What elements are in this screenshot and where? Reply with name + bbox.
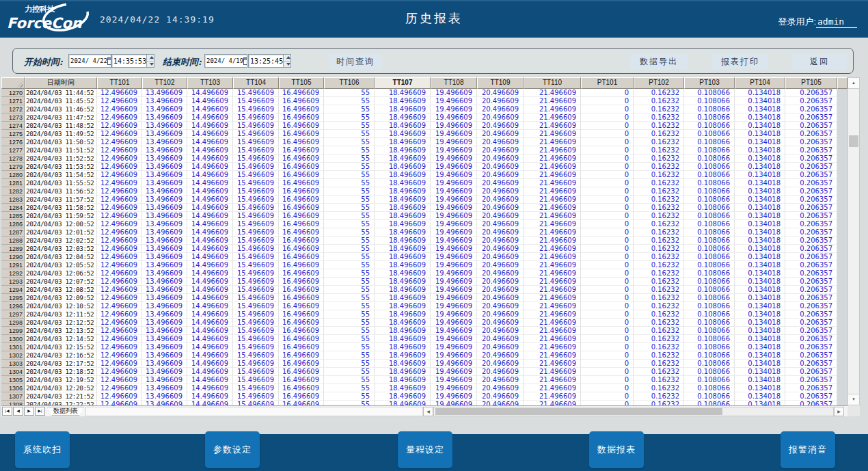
row-number[interactable]: 1281	[1, 179, 25, 187]
horizontal-scroll-thumb[interactable]	[435, 408, 722, 415]
scroll-down-icon[interactable]: ▼	[848, 394, 859, 405]
cell-TT110: 21.496609	[524, 376, 581, 384]
last-page-icon[interactable]: ▶|	[35, 407, 45, 416]
row-number[interactable]: 1288	[1, 237, 25, 245]
first-page-icon[interactable]: |◀	[2, 407, 12, 416]
column-header-PT105[interactable]: PT105	[785, 77, 837, 89]
row-number[interactable]: 1289	[1, 245, 25, 253]
system-purge-button[interactable]: 系统吹扫	[15, 431, 70, 468]
time-spinner[interactable]	[283, 55, 291, 67]
end-date-picker[interactable]: 2024/ 4/19	[204, 54, 247, 68]
row-number[interactable]: 1299	[1, 327, 25, 335]
column-header-TT101[interactable]: TT101	[97, 77, 142, 89]
row-number[interactable]: 1283	[1, 196, 25, 204]
table-row: 12952024/04/03 12:09:5212.49660913.49660…	[1, 294, 847, 302]
row-number[interactable]: 1303	[1, 360, 25, 368]
spinner-down-icon[interactable]	[284, 62, 291, 68]
row-number[interactable]: 1300	[1, 335, 25, 343]
row-number[interactable]: 1270	[1, 89, 25, 97]
cell-TT107: 18.496609	[375, 343, 431, 351]
row-number[interactable]: 1302	[1, 351, 25, 360]
cell-TT105: 16.496609	[279, 122, 324, 130]
prev-page-icon[interactable]: ◀	[13, 407, 23, 416]
row-number[interactable]: 1298	[1, 319, 25, 327]
cell-TT102: 13.496609	[142, 343, 187, 351]
column-header-TT107[interactable]: TT107	[375, 77, 431, 89]
calendar-icon[interactable]	[243, 57, 247, 65]
row-number[interactable]: 1304	[1, 368, 25, 376]
column-header-PT103[interactable]: PT103	[684, 77, 735, 89]
vertical-scroll-thumb[interactable]	[849, 135, 858, 147]
data-report-button[interactable]: 数据报表	[589, 431, 644, 468]
data-export-button[interactable]: 数据导出	[630, 53, 688, 70]
cell-TT106: 55	[324, 163, 375, 171]
row-number[interactable]: 1272	[1, 105, 25, 113]
column-header-TT105[interactable]: TT105	[279, 77, 324, 89]
row-number[interactable]: 1291	[1, 261, 25, 269]
end-time-spinner[interactable]: 13:25:45	[248, 54, 291, 68]
cell-TT102: 13.496609	[142, 212, 187, 220]
cell-TT106: 55	[324, 335, 375, 343]
column-header-TT109[interactable]: TT109	[477, 77, 524, 89]
row-number[interactable]: 1307	[1, 392, 25, 401]
time-query-button[interactable]: 时间查询	[329, 53, 382, 70]
tab-data-list[interactable]: 数据列表	[47, 407, 84, 416]
column-header-TT103[interactable]: TT103	[187, 77, 233, 89]
row-number[interactable]: 1292	[1, 269, 25, 278]
spinner-up-icon[interactable]	[284, 55, 291, 62]
scroll-left-icon[interactable]: ◀	[423, 407, 433, 416]
scroll-up-icon[interactable]: ▲	[848, 78, 859, 89]
column-header-PT101[interactable]: PT101	[581, 77, 634, 89]
cell-datetime: 2024/04/03 12:01:52	[25, 228, 97, 237]
grid-corner-cell[interactable]	[1, 77, 25, 89]
parameter-setting-button[interactable]: 参数设定	[205, 431, 260, 468]
cell-TT104: 15.496609	[233, 253, 279, 261]
column-header-日期时间[interactable]: 日期时间	[25, 77, 97, 89]
report-print-button[interactable]: 报表打印	[712, 53, 768, 70]
row-number[interactable]: 1276	[1, 138, 25, 146]
column-header-PT102[interactable]: PT102	[634, 77, 684, 89]
start-date-picker[interactable]: 2024/ 4/22	[68, 54, 111, 68]
row-number[interactable]: 1284	[1, 204, 25, 212]
row-number[interactable]: 1277	[1, 146, 25, 154]
row-number[interactable]: 1275	[1, 130, 25, 138]
column-header-PT104[interactable]: PT104	[735, 77, 785, 89]
row-number[interactable]: 1287	[1, 228, 25, 237]
row-number[interactable]: 1278	[1, 154, 25, 163]
row-number[interactable]: 1290	[1, 253, 25, 261]
row-number[interactable]: 1280	[1, 171, 25, 179]
scroll-right-icon[interactable]: ▶	[834, 407, 844, 416]
column-header-TT108[interactable]: TT108	[431, 77, 477, 89]
column-header-TT110[interactable]: TT110	[524, 77, 581, 89]
column-header-TT102[interactable]: TT102	[142, 77, 187, 89]
cell-TT109: 20.496609	[477, 392, 524, 401]
horizontal-scrollbar[interactable]	[433, 407, 834, 416]
row-number[interactable]: 1308	[1, 401, 25, 405]
range-setting-button[interactable]: 量程设定	[398, 431, 452, 468]
row-number[interactable]: 1306	[1, 384, 25, 392]
row-number[interactable]: 1294	[1, 286, 25, 294]
time-spinner[interactable]	[146, 55, 154, 67]
row-number[interactable]: 1301	[1, 343, 25, 351]
row-number[interactable]: 1274	[1, 122, 25, 130]
row-number[interactable]: 1286	[1, 220, 25, 228]
row-number[interactable]: 1305	[1, 376, 25, 384]
column-header-TT106[interactable]: TT106	[324, 77, 375, 89]
next-page-icon[interactable]: ▶	[24, 407, 34, 416]
spinner-up-icon[interactable]	[147, 55, 154, 62]
vertical-scrollbar[interactable]: ▲ ▼	[847, 77, 860, 405]
return-button[interactable]: 返回	[791, 53, 847, 70]
row-number[interactable]: 1279	[1, 163, 25, 171]
row-number[interactable]: 1297	[1, 310, 25, 319]
alarm-mute-button[interactable]: 报警消音	[781, 431, 835, 468]
row-number[interactable]: 1295	[1, 294, 25, 302]
row-number[interactable]: 1293	[1, 278, 25, 286]
spinner-down-icon[interactable]	[147, 62, 154, 68]
start-time-spinner[interactable]: 14:35:53	[111, 54, 154, 68]
row-number[interactable]: 1285	[1, 212, 25, 220]
row-number[interactable]: 1296	[1, 302, 25, 310]
column-header-TT104[interactable]: TT104	[233, 77, 279, 89]
row-number[interactable]: 1282	[1, 187, 25, 196]
row-number[interactable]: 1273	[1, 113, 25, 122]
row-number[interactable]: 1271	[1, 97, 25, 105]
